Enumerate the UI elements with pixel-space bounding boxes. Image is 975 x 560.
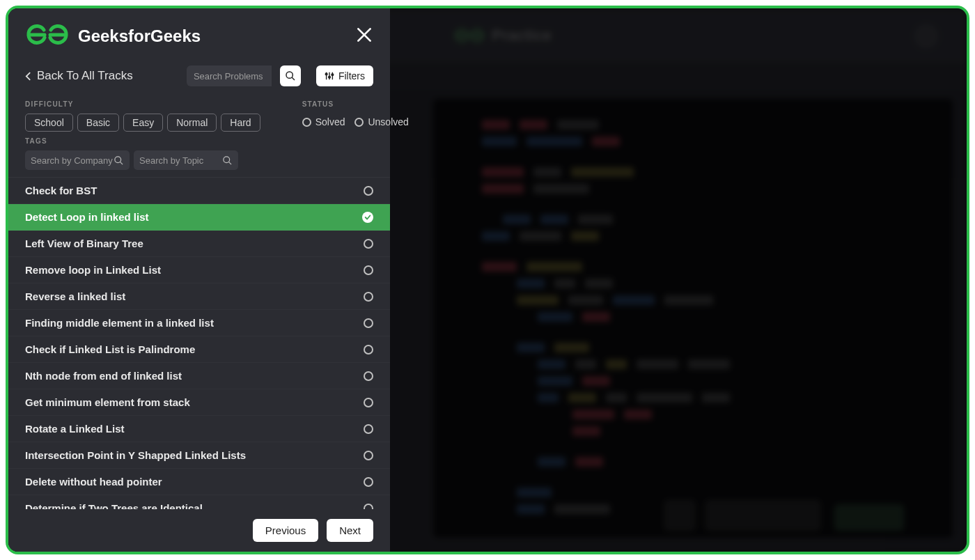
problem-list[interactable]: Check for BSTDetect Loop in linked listL… — [8, 177, 390, 509]
filters-label: Filters — [338, 70, 365, 81]
gfg-icon — [25, 22, 70, 50]
status-heading: STATUS — [302, 100, 409, 108]
svg-line-19 — [228, 162, 231, 164]
difficulty-pill-hard[interactable]: Hard — [221, 114, 260, 132]
problem-title: Left View of Binary Tree — [25, 238, 364, 249]
problem-title: Determine if Two Trees are Identical — [25, 502, 364, 509]
problem-item[interactable]: Intersection Point in Y Shapped Linked L… — [8, 442, 390, 469]
problem-item[interactable]: Check for BST — [8, 178, 390, 204]
close-button[interactable] — [355, 26, 373, 47]
filters-button[interactable]: Filters — [316, 65, 373, 86]
difficulty-pill-school[interactable]: School — [25, 114, 73, 132]
search-input[interactable] — [194, 71, 265, 81]
problem-item[interactable]: Get minimum element from stack — [8, 389, 390, 416]
unsolved-circle-icon — [364, 345, 373, 355]
unsolved-circle-icon — [364, 186, 373, 196]
problem-title: Remove loop in Linked List — [25, 264, 364, 276]
problem-title: Check if Linked List is Palindrome — [25, 343, 364, 355]
problem-title: Get minimum element from stack — [25, 396, 364, 408]
company-search-input[interactable] — [31, 155, 114, 166]
unsolved-circle-icon — [364, 504, 373, 510]
previous-button[interactable]: Previous — [253, 519, 318, 542]
unsolved-circle-icon — [364, 239, 373, 249]
problem-title: Check for BST — [25, 185, 364, 196]
svg-point-8 — [286, 72, 292, 78]
svg-line-17 — [120, 162, 123, 164]
unsolved-circle-icon — [364, 424, 373, 434]
problem-title: Detect Loop in linked list — [25, 211, 362, 223]
problem-title: Intersection Point in Y Shapped Linked L… — [25, 449, 364, 461]
difficulty-pill-basic[interactable]: Basic — [77, 114, 119, 132]
back-link-label: Back To All Tracks — [37, 69, 133, 83]
problem-item[interactable]: Delete without head pointer — [8, 469, 390, 495]
problem-item[interactable]: Finding middle element in a linked list — [8, 310, 390, 336]
problem-item[interactable]: Determine if Two Trees are Identical — [8, 495, 390, 509]
unsolved-circle-icon — [364, 265, 373, 275]
topic-search-input[interactable] — [139, 155, 222, 166]
check-icon — [362, 212, 373, 223]
back-link[interactable]: Back To All Tracks — [25, 69, 133, 83]
svg-line-9 — [292, 77, 295, 80]
svg-point-13 — [325, 73, 327, 75]
problem-item[interactable]: Remove loop in Linked List — [8, 257, 390, 283]
search-icon — [222, 155, 233, 166]
unsolved-circle-icon — [364, 318, 373, 328]
unsolved-circle-icon — [364, 292, 373, 302]
svg-point-15 — [332, 74, 334, 76]
search-icon — [114, 155, 124, 166]
difficulty-pill-normal[interactable]: Normal — [167, 114, 217, 132]
topic-search[interactable] — [134, 150, 238, 170]
status-radio-solved[interactable]: Solved — [302, 116, 345, 127]
problem-item[interactable]: Reverse a linked list — [8, 283, 390, 310]
difficulty-heading: DIFFICULTY — [25, 100, 260, 108]
unsolved-circle-icon — [364, 398, 373, 407]
difficulty-pill-easy[interactable]: Easy — [123, 114, 163, 132]
svg-point-14 — [328, 76, 330, 78]
problems-panel: GeeksforGeeks Back To All Tracks Filters — [8, 8, 390, 552]
unsolved-circle-icon — [364, 477, 373, 487]
problem-title: Nth node from end of linked list — [25, 370, 364, 382]
unsolved-circle-icon — [364, 451, 373, 460]
problem-item[interactable]: Check if Linked List is Palindrome — [8, 336, 390, 363]
problem-item[interactable]: Rotate a Linked List — [8, 416, 390, 442]
status-radio-unsolved[interactable]: Unsolved — [354, 116, 408, 127]
svg-point-18 — [224, 156, 230, 162]
search-button[interactable] — [280, 65, 301, 86]
problem-title: Finding middle element in a linked list — [25, 317, 364, 329]
problem-item[interactable]: Nth node from end of linked list — [8, 363, 390, 389]
status-radio-label: Unsolved — [368, 116, 408, 127]
radio-circle-icon — [302, 118, 311, 127]
tags-heading: TAGS — [25, 137, 373, 145]
next-button[interactable]: Next — [327, 519, 373, 542]
status-radio-label: Solved — [315, 116, 345, 127]
problem-title: Delete without head pointer — [25, 476, 364, 488]
svg-point-16 — [115, 156, 121, 162]
search-input-wrap[interactable] — [187, 65, 272, 86]
problem-title: Reverse a linked list — [25, 290, 364, 302]
radio-circle-icon — [354, 118, 364, 127]
brand-logo: GeeksforGeeks — [25, 22, 201, 50]
problem-title: Rotate a Linked List — [25, 423, 364, 435]
problem-item[interactable]: Left View of Binary Tree — [8, 231, 390, 257]
unsolved-circle-icon — [364, 371, 373, 381]
problem-item[interactable]: Detect Loop in linked list — [8, 204, 390, 231]
company-search[interactable] — [25, 150, 130, 170]
brand-title: GeeksforGeeks — [78, 26, 201, 46]
